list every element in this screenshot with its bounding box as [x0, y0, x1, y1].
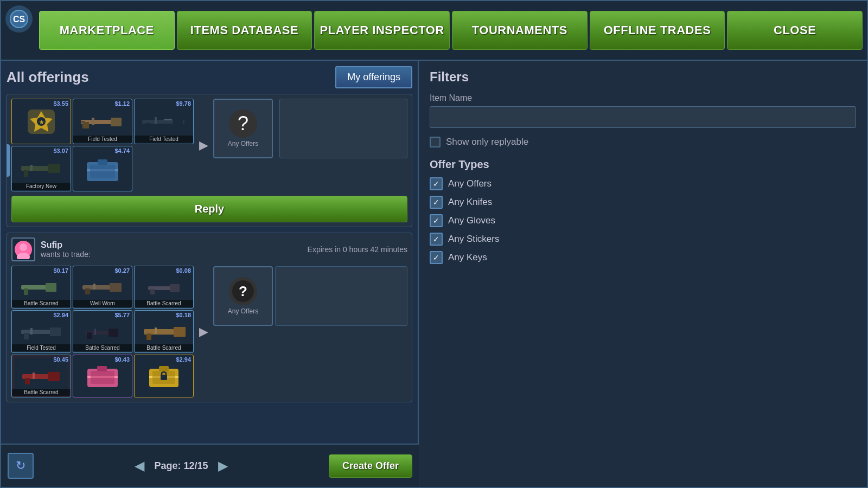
svg-rect-29 [46, 283, 56, 292]
create-offer-button[interactable]: Create Offer [329, 454, 412, 478]
all-offerings-title: All offerings [7, 69, 89, 86]
svg-rect-23 [98, 159, 107, 165]
svg-rect-53 [33, 373, 35, 379]
svg-rect-49 [155, 328, 157, 334]
list-item[interactable]: $2.94 [134, 355, 194, 397]
list-item[interactable]: $5.77 Battle Scarred [73, 310, 132, 353]
offer-type-checkbox-0[interactable]: ✓ [430, 177, 443, 190]
nav-bar: CS Marketplace Items Database Player Ins… [1, 1, 867, 61]
prev-page-button[interactable]: ◀ [131, 458, 148, 473]
offer-type-row-0: ✓ Any Offers [430, 177, 856, 190]
svg-rect-18 [48, 164, 60, 173]
tab-items-database[interactable]: Items Database [177, 11, 312, 50]
list-item[interactable]: $9.78 Field Tested [134, 99, 194, 144]
svg-rect-20 [30, 165, 33, 171]
list-item[interactable]: $1.12 Field Tested [73, 99, 132, 144]
trade-right-side: ? Any Offers [213, 99, 407, 191]
trade-right-side-2: ? Any Offers [213, 266, 407, 397]
right-placeholder [279, 99, 407, 158]
offer-type-checkbox-1[interactable]: ✓ [430, 196, 443, 209]
offer-type-label-4: Any Keys [448, 252, 487, 263]
svg-rect-37 [150, 289, 155, 294]
svg-rect-30 [24, 288, 28, 295]
offer-type-checkbox-2[interactable]: ✓ [430, 214, 443, 227]
list-item[interactable]: $0.17 Battle Scarred [11, 266, 71, 309]
trade-card-2: Sufip wants to trade: Expires in 0 hours… [7, 233, 412, 402]
svg-rect-14 [155, 117, 157, 124]
tab-marketplace[interactable]: Marketplace [39, 11, 175, 50]
trader-action: wants to trade: [41, 250, 302, 259]
svg-rect-32 [110, 283, 122, 292]
svg-rect-62 [161, 375, 167, 380]
trader-info: Sufip wants to trade: [41, 240, 302, 259]
trader-name: Sufip [41, 240, 302, 250]
list-item[interactable]: $2.94 Field Tested [11, 310, 71, 353]
svg-rect-34 [93, 284, 95, 290]
offer-type-row-4: ✓ Any Keys [430, 251, 856, 264]
svg-rect-45 [94, 329, 96, 335]
list-item[interactable]: $0.27 Well Worn [73, 266, 132, 309]
svg-rect-19 [24, 170, 28, 177]
tab-tournaments[interactable]: Tournaments [452, 11, 588, 50]
app-container: CS Marketplace Items Database Player Ins… [0, 0, 868, 488]
list-item[interactable]: $0.45 Battle Scarred [11, 355, 71, 397]
svg-rect-13 [145, 123, 150, 129]
list-item[interactable]: $4.74 [73, 146, 132, 191]
svg-rect-40 [24, 333, 29, 339]
svg-rect-16 [164, 119, 172, 120]
offer-type-checkbox-4[interactable]: ✓ [430, 251, 443, 264]
svg-rect-44 [87, 332, 92, 339]
reply-button[interactable]: Reply [11, 196, 407, 222]
trade-arrow: ▶ [196, 138, 211, 153]
svg-rect-7 [111, 118, 122, 126]
bottom-bar: ↻ ◀ Page: 12/15 ▶ Create Offer [1, 444, 419, 487]
list-item[interactable]: $0.43 [73, 355, 132, 397]
offer-type-checkbox-3[interactable]: ✓ [430, 233, 443, 246]
trade-list: $3.55 ★ $1.12 [7, 94, 412, 481]
offer-type-row-2: ✓ Any Gloves [430, 214, 856, 227]
items-grid-left-2: $0.17 Battle Scarred $0.27 [11, 266, 194, 397]
refresh-button[interactable]: ↻ [8, 453, 34, 479]
list-item[interactable]: $0.08 Battle Scarred [134, 266, 194, 309]
svg-rect-36 [170, 284, 180, 292]
svg-rect-12 [173, 118, 183, 126]
replyable-checkbox[interactable] [430, 137, 441, 147]
any-offers-box-2[interactable]: ? Any Offers [213, 266, 273, 326]
any-offers-box[interactable]: ? Any Offers [213, 99, 273, 158]
offer-types-title: Offer Types [430, 158, 856, 171]
trade-card-1: $3.55 ★ $1.12 [7, 94, 412, 227]
svg-rect-39 [50, 328, 61, 336]
expires-text: Expires in 0 hours 42 minutes [308, 245, 407, 254]
question-mark-icon: ? [229, 110, 257, 138]
item-name-input[interactable] [430, 106, 856, 128]
svg-text:?: ? [239, 283, 247, 299]
offerings-header: All offerings My offerings [7, 66, 412, 88]
left-panel: All offerings My offerings $3.55 [1, 61, 419, 487]
right-placeholder-2 [275, 266, 407, 326]
trade-card-header: Sufip wants to trade: Expires in 0 hours… [11, 237, 407, 261]
app-logo: CS [5, 5, 33, 33]
svg-rect-51 [48, 372, 60, 381]
offer-type-label-2: Any Gloves [448, 215, 495, 226]
replyable-label: Show only replyable [446, 137, 528, 147]
svg-rect-9 [92, 118, 94, 125]
offer-type-label-3: Any Stickers [448, 234, 499, 245]
tab-close[interactable]: Close [727, 11, 863, 50]
svg-rect-57 [91, 371, 114, 384]
tab-offline-trades[interactable]: Offline Trades [590, 11, 725, 50]
right-panel: Filters Item Name Show only replyable Of… [419, 61, 867, 487]
next-page-button[interactable]: ▶ [215, 458, 231, 473]
replyable-filter-row: Show only replyable [430, 137, 856, 147]
svg-rect-33 [85, 288, 90, 294]
svg-text:★: ★ [39, 119, 44, 125]
svg-rect-48 [146, 333, 151, 340]
list-item[interactable]: $0.18 Battle Scarred [134, 310, 194, 353]
list-item[interactable]: $3.07 Factory New [11, 146, 71, 191]
tab-player-inspector[interactable]: Player Inspector [314, 11, 450, 50]
trade-items-row-2: $0.17 Battle Scarred $0.27 [11, 266, 407, 397]
svg-point-26 [20, 243, 27, 251]
list-item[interactable]: $3.55 ★ [11, 99, 71, 144]
trader-avatar [11, 237, 35, 261]
my-offerings-button[interactable]: My offerings [335, 66, 412, 88]
svg-rect-56 [97, 366, 107, 371]
